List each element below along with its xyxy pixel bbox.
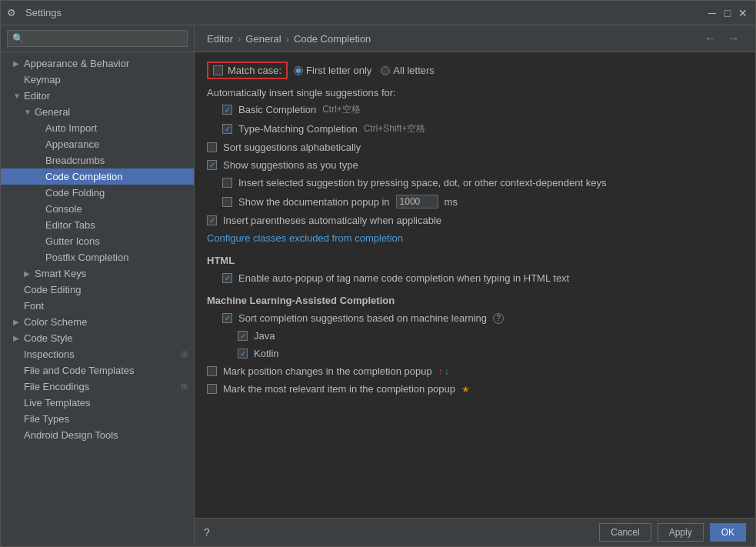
breadcrumb-editor: Editor [207,33,233,45]
sidebar-item-appearance-behavior[interactable]: ▶ Appearance & Behavior [1,55,194,72]
ml-kotlin-row: Kotlin [238,348,743,359]
arrow-icon: ▼ [13,92,24,100]
app-icon: ⚙ [7,7,19,19]
help-icon[interactable]: ? [493,313,504,324]
sidebar-label: Code Editing [24,284,81,295]
match-case-label: Match case: [228,65,281,76]
sidebar-item-file-code-templates[interactable]: File and Code Templates [1,362,194,379]
insert-parens-checkbox[interactable] [207,215,217,225]
back-button[interactable]: ← [701,32,720,45]
arrow-down-icon: ↓ [445,366,449,377]
radio-all-letters[interactable]: All letters [381,65,434,76]
insert-parens-row: Insert parentheses automatically when ap… [207,215,743,226]
ml-java-checkbox[interactable] [238,331,248,341]
doc-popup-input[interactable] [396,195,438,208]
ml-java-row: Java [238,330,743,342]
ml-langs: Java Kotlin [207,330,743,359]
sidebar-item-color-scheme[interactable]: ▶ Color Scheme [1,314,194,330]
sidebar-item-appearance[interactable]: Appearance [1,136,194,152]
breadcrumb-code-completion: Code Completion [294,33,371,45]
breadcrumb-sep-1: › [238,33,241,45]
sidebar-item-file-encodings[interactable]: File Encodings ⊞ [1,379,194,395]
configure-link-row: Configure classes excluded from completi… [207,232,743,244]
breadcrumb-sep-2: › [286,33,289,45]
sidebar-item-code-folding[interactable]: Code Folding [1,185,194,201]
ml-kotlin-checkbox[interactable] [238,349,248,359]
breadcrumb-general: General [245,33,281,45]
sidebar-item-editor[interactable]: ▼ Editor [1,88,194,104]
show-suggestions-checkbox[interactable] [207,160,217,170]
maximize-button[interactable]: □ [721,7,734,19]
sidebar-label: File Encodings [24,381,89,392]
insert-selected-row: Insert selected suggestion by pressing s… [222,177,743,188]
ml-java-label: Java [254,330,275,342]
sort-alpha-checkbox[interactable] [207,142,217,152]
mark-relevant-checkbox[interactable] [207,384,217,394]
sidebar-item-inspections[interactable]: Inspections ⊞ [1,346,194,362]
mark-position-checkbox[interactable] [207,366,217,376]
type-matching-checkbox[interactable] [222,124,232,134]
type-matching-label: Type-Matching Completion [238,123,358,135]
sidebar-label: File Types [24,413,69,425]
sidebar-label: Live Templates [24,397,90,409]
show-suggestions-label: Show suggestions as you type [223,159,358,171]
sort-alphabetically-row: Sort suggestions alphabetically [207,142,743,153]
basic-completion-checkbox[interactable] [222,105,232,115]
sidebar-label: Breadcrumbs [45,155,105,166]
sidebar-label: Auto Import [45,122,97,134]
insert-parens-label: Insert parentheses automatically when ap… [223,215,441,226]
sidebar-item-font[interactable]: Font [1,298,194,314]
sort-alpha-label: Sort suggestions alphabetically [223,142,361,153]
titlebar: ⚙ Settings ─ □ ✕ [1,1,755,25]
sidebar-item-auto-import[interactable]: Auto Import [1,120,194,136]
window-controls: ─ □ ✕ [706,7,749,19]
sub-options: Insert selected suggestion by pressing s… [207,177,743,208]
sidebar-label: Editor [24,90,50,102]
minimize-button[interactable]: ─ [706,7,718,19]
sidebar-item-code-completion[interactable]: Code Completion [1,168,194,185]
sidebar-item-keymap[interactable]: Keymap [1,72,194,88]
close-button[interactable]: ✕ [737,7,749,19]
match-case-highlighted: Match case: [207,62,288,79]
html-enable-checkbox[interactable] [222,273,232,283]
auto-insert-section: Automatically insert single suggestions … [207,87,743,98]
sidebar-label: Keymap [24,74,61,85]
search-input[interactable] [7,30,188,47]
auto-insert-options: Basic Completion Ctrl+空格 Type-Matching C… [207,103,743,135]
sidebar-label: Editor Tabs [45,219,95,231]
sidebar-item-file-types[interactable]: File Types [1,411,194,427]
ml-sort-checkbox[interactable] [222,313,232,323]
type-matching-row: Type-Matching Completion Ctrl+Shift+空格 [222,122,743,135]
arrow-icon: ▶ [13,334,24,342]
basic-completion-row: Basic Completion Ctrl+空格 [222,103,743,116]
ok-button[interactable]: OK [710,523,746,542]
sidebar-label: Color Scheme [24,316,87,328]
help-button[interactable]: ? [204,526,210,539]
sidebar-item-console[interactable]: Console [1,201,194,217]
radio-all-letters-icon [381,66,390,75]
insert-selected-checkbox[interactable] [222,178,232,188]
sidebar-item-code-editing[interactable]: Code Editing [1,282,194,298]
sidebar-item-breadcrumbs[interactable]: Breadcrumbs [1,152,194,168]
configure-link[interactable]: Configure classes excluded from completi… [207,232,403,244]
sidebar-item-postfix-completion[interactable]: Postfix Completion [1,249,194,265]
sidebar-item-editor-tabs[interactable]: Editor Tabs [1,217,194,233]
sidebar-item-live-templates[interactable]: Live Templates [1,395,194,411]
show-doc-checkbox[interactable] [222,197,232,207]
sidebar-item-code-style[interactable]: ▶ Code Style [1,330,194,346]
forward-button[interactable]: → [724,32,743,45]
sidebar-item-gutter-icons[interactable]: Gutter Icons [1,233,194,249]
match-case-checkbox[interactable] [213,65,223,75]
html-section-title: HTML [207,255,743,266]
sidebar-item-smart-keys[interactable]: ▶ Smart Keys [1,265,194,282]
sidebar-item-general[interactable]: ▼ General [1,104,194,120]
main-content: ▶ Appearance & Behavior Keymap ▼ Editor … [1,25,755,546]
html-enable-label: Enable auto-popup of tag name code compl… [238,272,569,284]
star-icon: ★ [461,384,470,395]
sidebar-label: Inspections [24,349,75,360]
cancel-button[interactable]: Cancel [599,523,651,542]
sidebar-label: Code Folding [45,187,105,198]
sidebar-item-android-design-tools[interactable]: Android Design Tools [1,427,194,443]
apply-button[interactable]: Apply [658,523,704,542]
radio-first-letter[interactable]: First letter only [294,65,371,76]
